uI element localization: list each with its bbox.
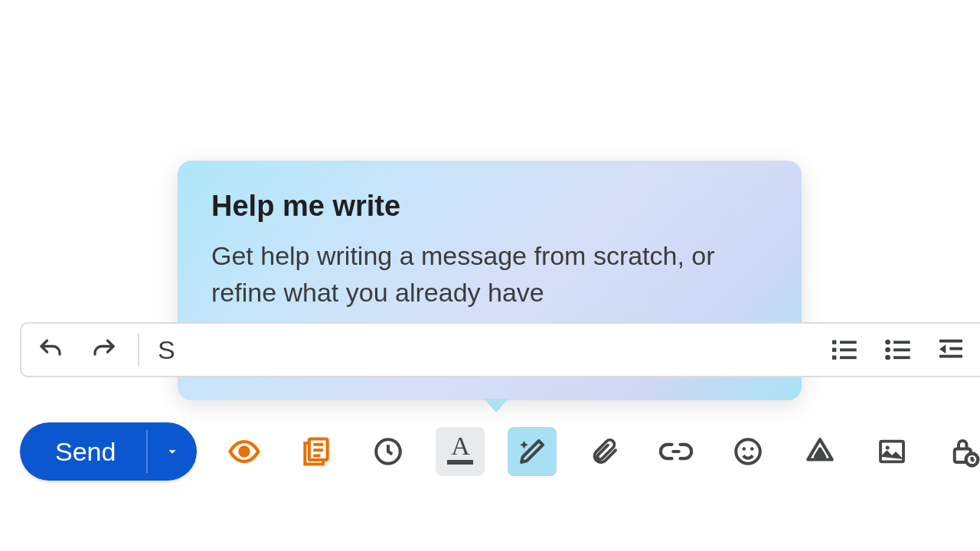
compose-action-row: Send A — [20, 422, 980, 481]
redo-button[interactable] — [89, 334, 119, 365]
redo-icon — [90, 336, 118, 364]
help-me-write-title: Help me write — [211, 190, 768, 223]
svg-rect-0 — [840, 341, 857, 344]
numbered-list-button[interactable] — [828, 334, 859, 365]
svg-point-8 — [885, 355, 890, 360]
svg-rect-4 — [832, 348, 836, 352]
notes-stack-icon — [299, 435, 333, 468]
eye-icon — [227, 435, 261, 468]
svg-rect-5 — [832, 356, 836, 360]
svg-rect-13 — [949, 347, 962, 350]
svg-rect-10 — [893, 348, 910, 351]
svg-point-6 — [885, 340, 890, 345]
insert-emoji-button[interactable] — [724, 427, 773, 476]
svg-point-28 — [886, 446, 890, 450]
image-icon — [877, 436, 907, 467]
emoji-icon — [732, 435, 764, 468]
svg-rect-14 — [939, 355, 962, 358]
text-format-icon: A — [445, 435, 475, 468]
undo-button[interactable] — [35, 334, 66, 365]
confidential-mode-button[interactable] — [939, 427, 980, 476]
font-picker[interactable]: S — [158, 335, 175, 365]
svg-marker-15 — [939, 344, 946, 354]
formatting-options-button[interactable]: A — [436, 427, 485, 476]
svg-point-22 — [737, 439, 761, 464]
attach-file-button[interactable] — [580, 427, 629, 476]
svg-rect-9 — [893, 341, 910, 344]
boomerang-notes-button[interactable] — [292, 427, 341, 476]
svg-point-7 — [885, 347, 890, 353]
svg-rect-1 — [840, 348, 857, 351]
numbered-list-icon — [828, 334, 859, 365]
svg-point-23 — [743, 447, 746, 451]
svg-rect-11 — [893, 356, 910, 359]
link-icon — [659, 435, 693, 468]
caret-down-icon — [164, 443, 181, 460]
drive-icon — [804, 435, 836, 468]
clock-icon — [372, 435, 404, 468]
bulleted-list-icon — [882, 334, 913, 365]
insert-from-drive-button[interactable] — [795, 427, 844, 476]
indent-decrease-icon — [936, 334, 966, 365]
undo-icon — [37, 336, 64, 364]
svg-marker-26 — [815, 449, 825, 458]
send-button[interactable]: Send — [20, 422, 146, 481]
insert-link-button[interactable] — [652, 427, 701, 476]
svg-point-16 — [240, 448, 249, 456]
schedule-send-button[interactable] — [364, 427, 413, 476]
formatting-toolbar: S — [20, 322, 980, 377]
insert-photo-button[interactable] — [867, 427, 916, 476]
send-more-options-button[interactable] — [148, 422, 197, 481]
send-split-button: Send — [20, 422, 197, 481]
paperclip-icon — [589, 436, 619, 467]
boomerang-tracking-button[interactable] — [220, 427, 269, 476]
toolbar-separator — [138, 333, 139, 367]
svg-rect-3 — [832, 341, 836, 344]
help-me-write-button[interactable] — [508, 427, 557, 476]
lock-clock-icon — [948, 435, 980, 468]
svg-rect-2 — [840, 356, 857, 359]
magic-pen-icon — [516, 435, 548, 468]
indent-decrease-button[interactable] — [936, 334, 966, 365]
bulleted-list-button[interactable] — [882, 334, 913, 365]
svg-point-24 — [750, 447, 754, 451]
svg-rect-12 — [939, 340, 962, 343]
